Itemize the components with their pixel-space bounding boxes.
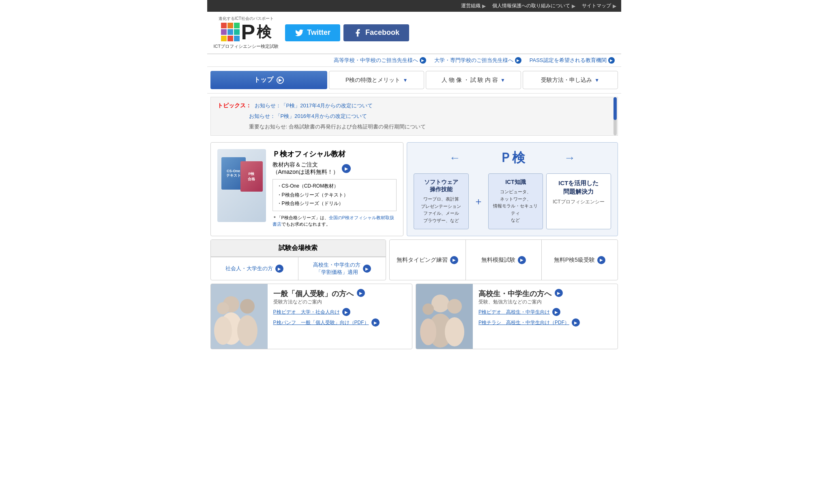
promo-student-arrow-icon[interactable]: ▶ [555, 289, 563, 297]
high-school-link[interactable]: 高等学校・中学校のご担当先生様へ ▶ [334, 57, 426, 64]
apply-chevron-icon: ▼ [594, 77, 599, 83]
nav-exam-button[interactable]: 人 物 像 ・ 試 験 内 容 ▼ [426, 71, 521, 89]
scroll-thumb [613, 97, 617, 120]
promo-student-title-row: 高校生・中学生の方へ 受験、勉強方法などのご案内 ▶ [478, 289, 612, 305]
scroll-bar[interactable] [613, 97, 617, 135]
promo-student-link1[interactable]: P検ビデオ 高校生・中学生向け ▶ [478, 308, 612, 316]
svg-point-6 [214, 316, 232, 345]
org-link[interactable]: 運営組織 ▶ [461, 2, 486, 9]
topics-link-3[interactable]: 重要なお知らせ: 合格試験書の再発行および合格証明書の発行期間について [249, 123, 426, 130]
pken-box-problem: ICTを活用した問題解決力 ICTプロフィシエンシー [546, 173, 611, 229]
exam-adult-link[interactable]: 社会人・大学生の方 ▶ [211, 257, 298, 280]
svg-point-4 [237, 315, 257, 346]
pken-right-arrow-icon: → [528, 152, 611, 164]
promo-individual-link2[interactable]: P検パンフ 一般「個人受験」向け（PDF） ▶ [273, 318, 407, 327]
twitter-icon [295, 28, 304, 37]
promo-individual-arrow-icon[interactable]: ▶ [357, 289, 365, 297]
exam-student-link[interactable]: 高校生・中学生の方 「学割価格」適用 ▶ [298, 257, 386, 280]
nav-top-button[interactable]: トップ ▶ [210, 71, 328, 89]
top-bar: 運営組織 ▶ 個人情報保護への取り組みについて ▶ サイトマップ ▶ [207, 0, 621, 12]
promo-individual-title: 一般「個人受験」の方へ [273, 289, 354, 299]
pken-title: Ｐ検 [499, 149, 525, 167]
svg-point-10 [447, 299, 462, 314]
promo-individual-link1[interactable]: P検ビデオ 大学・社会人向け ▶ [273, 308, 407, 316]
free-mock-tool[interactable]: 無料模擬試験 ▶ [466, 240, 542, 280]
pken-software-sub: ワープロ、表計算プレゼンテーションファイル、メールブラウザー、など [417, 196, 465, 224]
promo-student-link1-icon: ▶ [552, 308, 560, 316]
logo-kanji: 検 [257, 22, 271, 42]
promo-individual-link1-icon: ▶ [342, 308, 350, 316]
social-buttons: Twitter Facebook [285, 24, 409, 41]
exam-adult-arrow-icon: ▶ [275, 265, 283, 273]
promo-individual-card: 一般「個人受験」の方へ 受験方法などのご案内 ▶ P検ビデオ 大学・社会人向け … [210, 284, 413, 349]
free-grade5-tool[interactable]: 無料P検5級受験 ▶ [542, 240, 617, 280]
topics-row-3: 重要なお知らせ: 合格試験書の再発行および合格証明書の発行期間について [217, 123, 611, 130]
promo-individual-link2-icon: ▶ [371, 318, 380, 327]
topics-link-1[interactable]: お知らせ：「P検」2017年4月からの改定について [255, 102, 373, 109]
topics-bar: トピックス： お知らせ：「P検」2017年4月からの改定について お知らせ：「P… [210, 97, 618, 136]
materials-item-2: ・P検合格シリーズ（テキスト） [277, 191, 392, 200]
logo-main: P 検 [221, 21, 272, 43]
nav-apply-button[interactable]: 受験方法・申し込み ▼ [523, 71, 618, 89]
materials-item-1: ・CS-One（CD-ROM教材） [277, 182, 392, 191]
materials-arrow-button[interactable]: ▶ [342, 164, 351, 173]
row-1: CS-Oneテキスト P検合格 Ｐ検オフィシャル教材 教材内容＆ご注文 （Ama… [210, 142, 618, 236]
header: 進化するICT社会のパスポート P 検 ICTプロフィシエンシー検定試験 T [207, 12, 621, 54]
pken-header: ← Ｐ検 → [414, 149, 611, 167]
pass-link[interactable]: PASS認定を希望される教育機関 ▶ [530, 57, 615, 64]
privacy-link[interactable]: 個人情報保護への取り組みについて ▶ [492, 2, 575, 9]
pken-ict-sub: コンピュータ、ネットワーク、情報モラル・セキュリティなど [492, 188, 540, 224]
typing-arrow-icon: ▶ [450, 256, 458, 264]
twitter-button[interactable]: Twitter [285, 24, 340, 41]
free-typing-tool[interactable]: 無料タイピング練習 ▶ [390, 240, 465, 280]
sitemap-link[interactable]: サイトマップ ▶ [582, 2, 616, 9]
svg-point-12 [423, 303, 434, 315]
materials-image: CS-Oneテキスト P検合格 [217, 149, 266, 222]
pken-ict-title: ICT知識 [492, 179, 540, 186]
pken-problem-sub: ICTプロフィシエンシー [550, 198, 607, 206]
org-arrow-icon: ▶ [482, 3, 486, 9]
logo-bottom: ICTプロフィシエンシー検定試験 [214, 43, 279, 49]
pken-plus-icon: ＋ [472, 173, 485, 229]
pken-boxes: ソフトウェア操作技能 ワープロ、表計算プレゼンテーションファイル、メールブラウザ… [414, 173, 611, 229]
pken-problem-title: ICTを活用した問題解決力 [550, 179, 607, 196]
svg-point-13 [420, 318, 436, 345]
free-tools-card: 無料タイピング練習 ▶ 無料模擬試験 ▶ 無料P検5級受験 ▶ [389, 239, 618, 280]
promo-individual-img-bg [211, 284, 268, 349]
pken-software-title: ソフトウェア操作技能 [417, 179, 465, 193]
nav-features-button[interactable]: P検の特徴とメリット ▼ [329, 71, 424, 89]
topics-label: トピックス： [217, 102, 251, 109]
promo-student-image [416, 284, 473, 349]
student-illustration [416, 284, 473, 349]
promo-student-link2[interactable]: P検チラシ 高校生・中学生向け（PDF） ▶ [478, 318, 612, 327]
top-arrow-icon: ▶ [277, 77, 284, 84]
high-school-arrow-icon: ▶ [420, 57, 426, 64]
grade5-arrow-icon: ▶ [597, 256, 605, 264]
materials-note: ＊「P検合格シリーズ」は、全国のP検オフィシャル教材取扱書店でもお求めになれます… [272, 214, 397, 228]
promo-individual-content: 一般「個人受験」の方へ 受験方法などのご案内 ▶ P検ビデオ 大学・社会人向け … [268, 284, 412, 349]
promo-individual-title-row: 一般「個人受験」の方へ 受験方法などのご案内 ▶ [273, 289, 407, 305]
topics-row-1: トピックス： お知らせ：「P検」2017年4月からの改定について [217, 102, 611, 109]
topics-link-2[interactable]: お知らせ：「P検」2016年4月からの改定について [249, 113, 367, 120]
materials-title: Ｐ検オフィシャル教材 [272, 149, 397, 159]
materials-item-3: ・P検合格シリーズ（ドリル） [277, 199, 392, 208]
exam-search-card: 試験会場検索 社会人・大学生の方 ▶ 高校生・中学生の方 「学割価格」適用 ▶ [210, 239, 386, 280]
promo-student-img-bg [416, 284, 473, 349]
logo-area: 進化するICT社会のパスポート P 検 ICTプロフィシエンシー検定試験 [214, 16, 279, 49]
logo-text: P [241, 21, 255, 43]
materials-text: Ｐ検オフィシャル教材 教材内容＆ご注文 （Amazonは送料無料！） ▶ ・CS… [266, 149, 397, 228]
promo-student-text: 高校生・中学生の方へ 受験、勉強方法などのご案内 [478, 289, 551, 305]
university-arrow-icon: ▶ [515, 57, 521, 64]
svg-point-11 [445, 317, 464, 346]
row-3: 一般「個人受験」の方へ 受験方法などのご案内 ▶ P検ビデオ 大学・社会人向け … [210, 284, 618, 349]
materials-card: CS-Oneテキスト P検合格 Ｐ検オフィシャル教材 教材内容＆ご注文 （Ama… [210, 142, 403, 236]
facebook-button[interactable]: Facebook [343, 24, 409, 41]
promo-student-link2-icon: ▶ [572, 318, 580, 327]
university-link[interactable]: 大学・専門学校のご担当先生様へ ▶ [434, 57, 521, 64]
svg-point-8 [431, 295, 449, 312]
pken-box-ict: ICT知識 コンピュータ、ネットワーク、情報モラル・セキュリティなど [488, 173, 543, 229]
svg-point-3 [240, 299, 255, 314]
privacy-arrow-icon: ▶ [572, 3, 575, 9]
exam-search-title: 試験会場検索 [211, 240, 386, 257]
materials-subtitle: 教材内容＆ご注文 （Amazonは送料無料！） [272, 161, 339, 176]
